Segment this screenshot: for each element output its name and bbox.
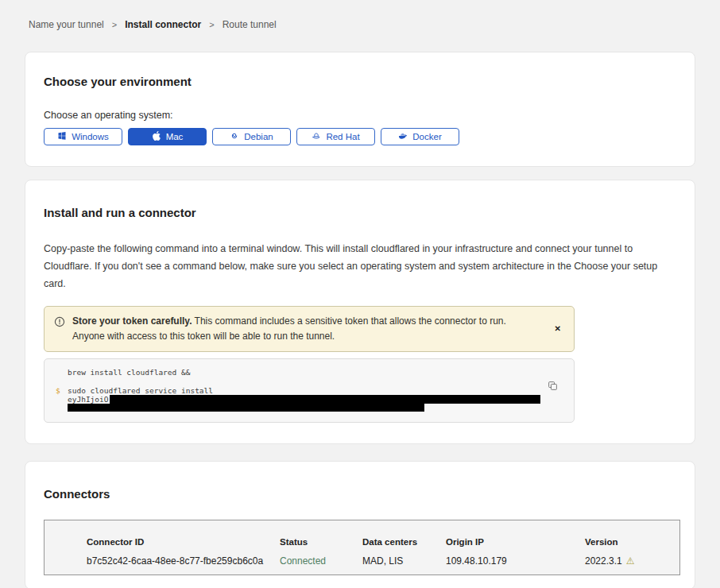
breadcrumb-step-install-connector[interactable]: Install connector: [125, 19, 201, 30]
windows-icon: [57, 131, 67, 142]
cell-origin-ip: 109.48.10.179: [446, 555, 585, 567]
close-icon[interactable]: ✕: [552, 323, 564, 335]
code-line-token-2: [45, 404, 574, 412]
install-card-title: Install and run a connector: [44, 206, 676, 219]
os-select-label: Choose an operating system:: [44, 110, 676, 121]
os-button-label: Red Hat: [326, 132, 359, 141]
connectors-card-title: Connectors: [44, 487, 676, 501]
cell-data-centers: MAD, LIS: [362, 555, 446, 567]
token-warning-text: Store your token carefully. This command…: [72, 314, 527, 344]
table-header-row: Connector ID Status Data centers Origin …: [87, 537, 679, 547]
header-data-centers: Data centers: [362, 537, 446, 547]
breadcrumb-separator: >: [209, 20, 214, 29]
token-warning-banner: Store your token carefully. This command…: [44, 306, 575, 352]
code-line-sudo: $ sudo cloudflared service install: [45, 386, 574, 395]
status-badge: Connected: [280, 555, 362, 567]
header-version: Version: [585, 537, 680, 547]
code-line-brew: brew install cloudflared &&: [45, 368, 574, 377]
table-row: b7c52c42-6caa-48ee-8c77-fbe259cb6c0a Con…: [87, 555, 679, 567]
redaction-bar: [110, 395, 540, 404]
os-button-label: Docker: [412, 132, 441, 141]
os-button-windows[interactable]: Windows: [44, 128, 122, 145]
breadcrumb-step-route-tunnel[interactable]: Route tunnel: [223, 19, 277, 30]
breadcrumb-separator: >: [112, 20, 117, 29]
os-button-label: Windows: [72, 132, 109, 141]
install-command-code-block: brew install cloudflared && $ sudo cloud…: [44, 358, 575, 423]
environment-card: Choose your environment Choose an operat…: [25, 52, 695, 167]
header-status: Status: [280, 537, 362, 547]
os-button-group: Windows Mac Debian Red Hat Docker: [44, 128, 676, 145]
os-button-redhat[interactable]: Red Hat: [296, 128, 375, 145]
redaction-bar: [68, 404, 424, 412]
breadcrumb-step-name-tunnel[interactable]: Name your tunnel: [29, 19, 104, 30]
os-button-label: Mac: [166, 132, 184, 141]
environment-card-title: Choose your environment: [44, 75, 676, 88]
code-line-token: eyJhIjoiO: [45, 395, 574, 404]
debian-icon: [230, 131, 239, 142]
os-button-mac[interactable]: Mac: [128, 128, 207, 145]
os-button-debian[interactable]: Debian: [212, 128, 291, 145]
token-warning-bold: Store your token carefully.: [72, 315, 192, 327]
cell-connector-id: b7c52c42-6caa-48ee-8c77-fbe259cb6c0a: [87, 555, 280, 567]
info-icon: [54, 316, 65, 331]
redhat-icon: [312, 131, 321, 142]
cell-version: 2022.3.1 ⚠: [585, 555, 680, 567]
apple-icon: [152, 131, 161, 142]
docker-icon: [398, 131, 408, 142]
os-button-docker[interactable]: Docker: [381, 128, 459, 145]
connectors-card: Connectors Connector ID Status Data cent…: [25, 461, 695, 588]
os-button-label: Debian: [244, 132, 273, 141]
install-card: Install and run a connector Copy-paste t…: [25, 180, 695, 444]
shell-prompt: $: [56, 386, 68, 395]
page: Name your tunnel > Install connector > R…: [0, 0, 720, 588]
breadcrumb: Name your tunnel > Install connector > R…: [29, 19, 695, 30]
header-connector-id: Connector ID: [87, 537, 280, 547]
warning-triangle-icon: ⚠: [626, 556, 635, 566]
copy-icon[interactable]: [548, 381, 558, 393]
install-description: Copy-paste the following command into a …: [44, 241, 675, 293]
header-origin-ip: Origin IP: [446, 537, 585, 547]
connectors-table: Connector ID Status Data centers Origin …: [44, 520, 680, 575]
